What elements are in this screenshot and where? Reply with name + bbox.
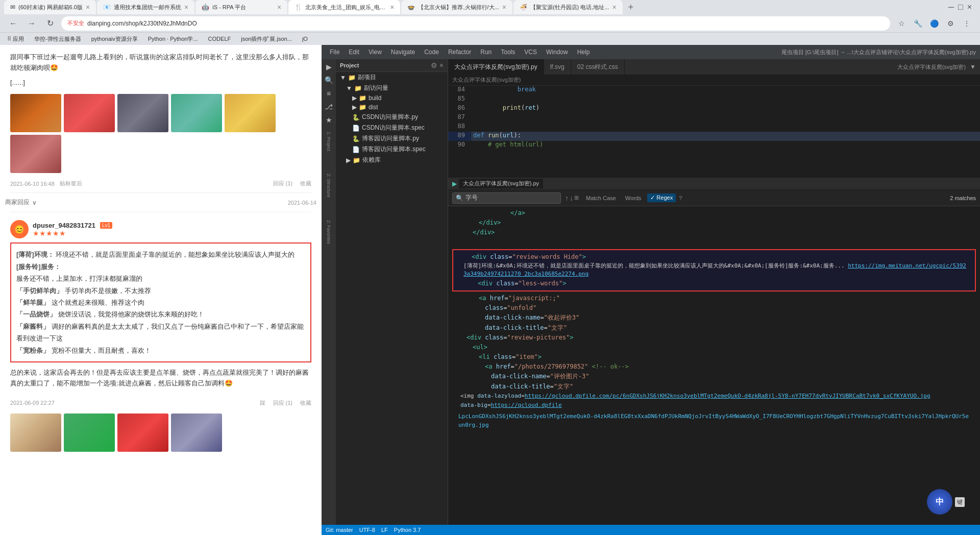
food-image-5[interactable] [225,94,276,132]
bookmark-jo[interactable]: jO [299,35,311,43]
menu-run[interactable]: Run [476,47,496,57]
menu-file[interactable]: File [326,47,344,57]
tab-jubao[interactable]: 🍜 【聚宝源(牡丹园店) 电话,地址... × [513,0,623,14]
settings-icon[interactable]: ⋮ [960,16,974,31]
tab-close-icon-2[interactable]: × [184,3,188,11]
run-tab-label[interactable]: 大众点评字体反爬(svg加密).py [459,179,543,188]
file-csdn1[interactable]: 🐍 CSDN访问量脚本.py [336,112,448,123]
tab-icon-6: 🍜 [520,4,527,11]
forward-button[interactable]: → [24,16,39,31]
reply-btn-2[interactable]: 踩 [260,399,265,407]
maximize-icon[interactable]: □ [958,3,963,12]
tab-dianping[interactable]: 🍴 北京美食_生活_团购_娱乐_电影... × [288,0,400,14]
lower-food-img-2[interactable] [64,414,115,452]
reload-button[interactable]: ↻ [43,16,57,31]
git-icon[interactable]: ⎇ [323,101,334,112]
tab-rpa[interactable]: 🤖 iS - RPA 平台 × [195,0,287,14]
img-url-2[interactable]: https://qcloud.dpfile.com/pc/6nGDXshJS6j… [525,393,930,399]
project-collapse-icon[interactable]: × [439,61,444,69]
editor-tab-svg[interactable]: lf.svg [544,59,571,75]
menu-view[interactable]: View [364,47,386,57]
run-bar: ▶ 大众点评字体反爬(svg加密).py [448,178,980,190]
search-next-icon[interactable]: ↓ [570,194,573,202]
folder-dist[interactable]: ▶ 📁 dist [336,103,448,112]
bookmark-python2[interactable]: Python · Python学... [145,34,201,44]
review-date-1: 2021-06-10 16:48 [10,181,55,187]
merchant-response[interactable]: 商家回应 ∨ 2021-06-14 [5,196,316,209]
close-window-icon[interactable]: × [967,3,972,12]
favorites-icon[interactable]: ★ [323,114,334,126]
bookmark-apps[interactable]: ⠿ 应用 [4,34,27,44]
search-input-wrap[interactable]: 🔍 [452,192,561,204]
tab-close-icon-4[interactable]: × [390,3,394,11]
menu-window[interactable]: Window [542,47,572,57]
food-image-3[interactable] [117,94,168,132]
search-prev-icon[interactable]: ↑ [565,194,569,202]
food-image-4[interactable] [171,94,222,132]
html-content-area[interactable]: </a> </div> </div> [448,206,980,525]
match-case-option[interactable]: Match Case [583,194,619,202]
bookmark-json[interactable]: json插件/扩展.json... [238,34,295,44]
tab-email-corp[interactable]: 📧 通用技术集团统一邮件系统 × [97,0,194,14]
food-image-2[interactable] [64,94,115,132]
search-icon[interactable]: 🔍 [323,75,334,86]
extension-icon-3[interactable]: ⚙ [943,16,958,31]
tab-close-icon-6[interactable]: × [612,3,617,11]
search-input[interactable] [465,194,557,202]
editor-tab-css[interactable]: 02 css样式.css [571,59,625,75]
menu-edit[interactable]: Edit [345,47,363,57]
regex-help-icon[interactable]: ? [679,195,682,201]
tab-hotpot[interactable]: 🍲 【北京火锅】推荐,火锅排行/大... × [401,0,512,14]
project-settings-icon[interactable]: ⚙ [431,61,437,69]
menu-refactor[interactable]: Refactor [444,47,475,57]
bookmark-icon[interactable]: ☆ [894,16,909,31]
menu-help[interactable]: Help [573,47,594,57]
code-editor[interactable]: 84 break 85 86 print(ret) 87 [448,86,980,178]
code-line-86: 86 print(ret) [448,104,980,113]
run-icon[interactable]: ▶ [323,61,334,72]
new-tab-button[interactable]: + [624,0,638,14]
tab-extra-icon[interactable]: ▼ [970,63,976,70]
menu-tools[interactable]: Tools [497,47,519,57]
folder-deps[interactable]: ▶ 📁 依赖库 [336,155,448,165]
food-image-6[interactable] [10,135,61,173]
file-boke1[interactable]: 🐍 博客园访问量脚本.py [336,133,448,144]
bookmark-codelf[interactable]: CODELF [205,35,234,43]
tab-close-icon[interactable]: × [86,3,90,11]
menu-code[interactable]: Code [420,47,443,57]
tab-close-icon-5[interactable]: × [502,3,506,11]
tab-close-icon-3[interactable]: × [277,3,281,11]
folder-build[interactable]: ▶ 📁 build [336,93,448,103]
back-button[interactable]: ← [6,16,20,31]
url-bar[interactable]: 不安全 dianping.com/shop/k2J30tN9zJhMdnDO [61,16,890,31]
search-filter-icon[interactable]: ⊞ [574,194,579,201]
folder-visits[interactable]: ▼ 📁 副访问量 [336,83,448,93]
collect-1[interactable]: 收藏 [300,180,311,187]
extension-icon-2[interactable]: 🔵 [927,16,941,31]
run-icon-bar[interactable]: ▶ [452,180,457,187]
menu-vcs[interactable]: VCS [520,47,541,57]
tab-email-163[interactable]: ✉ (60封未读) 网易邮箱6.0版 × [4,0,96,14]
file-csdn2[interactable]: 📄 CSDN访问量脚本.spec [336,123,448,133]
html-class-unfold-content: class="unfold" [454,303,536,313]
lower-food-img-1[interactable] [10,414,61,452]
lower-food-img-4[interactable] [171,414,222,452]
structure-icon[interactable]: ≡ [323,88,334,99]
regex-option[interactable]: ✓ Regex [647,193,676,202]
reply-count-2[interactable]: 回应 (1) [273,399,293,407]
extension-icon-1[interactable]: 🔧 [911,16,925,31]
lower-food-img-3[interactable] [117,414,168,452]
minimize-icon[interactable]: ─ [948,3,954,12]
project-root[interactable]: ▼ 📁 副项目 [336,72,448,83]
menu-navigate[interactable]: Navigate [387,47,419,57]
words-option[interactable]: Words [622,194,645,202]
file-boke2[interactable]: 📄 博客园访问量脚本.spec [336,144,448,155]
bookmark-huakong[interactable]: 华控-弹性云服务器 [31,34,84,44]
food-image-1[interactable] [10,94,61,132]
project-label: 1: Project [326,132,331,151]
collect-2[interactable]: 收藏 [300,399,311,407]
reply-count-1[interactable]: 回应 (1) [273,180,293,187]
editor-tab-main[interactable]: 大众点评字体反爬(svg加密).py [448,59,544,75]
img-url-1[interactable]: https://img.meituan.net/ugcpic/53923a349… [463,262,966,278]
bookmark-python[interactable]: pythonaiv资源分享 [88,34,141,44]
